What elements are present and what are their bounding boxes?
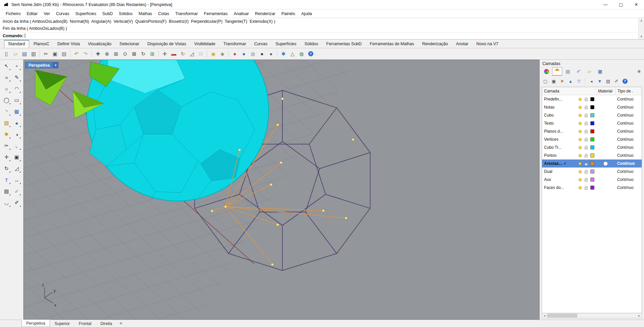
toolbar-options-gears-icon[interactable]: ✱ [279,50,288,58]
layers-layer-tools-icon[interactable]: ✐ [613,77,620,85]
tool-ellipse-icon[interactable]: ◯ [2,96,11,105]
layer-visibility-toggle[interactable] [577,138,583,141]
panel-tab-layers[interactable] [552,67,562,76]
layer-row-cubo-tr[interactable]: Cubo Tr...Contínuo [542,143,642,151]
command-prompt[interactable]: Comando: [0,32,644,39]
tool-text-icon[interactable]: T [2,176,11,184]
tab-standard[interactable]: Standard [4,40,29,48]
tool-fillet-icon[interactable]: ◟ [12,141,21,150]
layer-lock-toggle[interactable] [583,170,589,174]
toolbar-zoom-window-icon[interactable]: ⊞ [112,50,120,58]
menu-malhas[interactable]: Malhas [136,10,155,17]
viewport-dropdown-icon[interactable]: ▼ [53,62,58,68]
tab-definir-vista[interactable]: Definir Vista [54,40,84,48]
menu-editar[interactable]: Editar [23,10,41,17]
toolbar-ghosted-view-icon[interactable]: ◍ [249,50,257,58]
tool-check-icon[interactable]: ✓ [12,187,21,196]
scroll-up-icon[interactable]: ▲ [640,19,643,22]
layer-visibility-toggle[interactable] [577,178,583,181]
menu-subd[interactable]: SubD [99,10,116,17]
toolbar-rendered-view-icon[interactable]: ● [258,50,266,58]
close-button[interactable]: ✕ [629,0,644,9]
toolbar-earth-icon[interactable]: ◍ [297,50,306,58]
tool-magnet-icon[interactable]: ◡ [2,198,11,207]
viewport-tab-direita[interactable]: Direita [96,320,116,327]
tool-boolean-icon[interactable]: ◑ [12,130,21,139]
toolbar-new-icon[interactable]: ▯ [2,50,11,58]
tool-circle-icon[interactable]: ○ [2,84,11,93]
toolbar-shaded-view-icon[interactable]: ● [239,50,248,58]
scrollbar-track[interactable] [547,313,637,318]
viewport-title[interactable]: Perspetiva ▼ [25,62,58,68]
menu-analisar[interactable]: Analisar [231,10,252,17]
viewport-tab-perspetiva[interactable]: Perspetiva [21,320,50,327]
layers-collapse-icon[interactable]: ◂ [588,77,595,85]
layers-new-sublayer-icon[interactable]: ▣ [550,77,557,85]
layers-delete-layer-icon[interactable]: ✕ [558,77,566,85]
panel-tab-properties-ball[interactable] [541,67,551,76]
toolbar-paste-icon[interactable]: ▧ [60,50,68,58]
toolbar-move-icon[interactable]: ✛ [160,50,169,58]
toolbar-rotate-icon[interactable]: ↻ [178,50,187,58]
layer-lock-toggle[interactable] [583,114,589,117]
tool-box-icon[interactable]: ▧ [2,119,11,127]
layer-lock-toggle[interactable] [583,186,589,190]
toolbar-four-viewports-icon[interactable]: ⊞ [148,50,157,58]
tab-superficies[interactable]: Superfícies [272,40,300,48]
command-scrollbar[interactable]: ▲ ▼ [638,18,644,39]
new-viewport-icon[interactable]: ✛ [117,320,125,327]
tab-disposicao-de-vistas[interactable]: Disposição de Vistas [144,40,190,48]
layers-help-icon[interactable]: ? [621,77,629,85]
toolbar-open-icon[interactable]: ▱ [11,50,20,58]
viewport-title-label[interactable]: Perspetiva [25,62,53,68]
toolbar-lock-icon[interactable]: ◈ [218,50,227,58]
menu-paineis[interactable]: Painéis [278,10,298,17]
layer-color-swatch[interactable] [589,121,596,125]
toolbar-lamp-icon[interactable]: ◉ [209,50,218,58]
viewport-tab-superior[interactable]: Superior [50,320,74,327]
layer-lock-toggle[interactable] [583,97,589,101]
layer-visibility-toggle[interactable] [577,170,583,173]
tab-ferramentas-subd[interactable]: Ferramentas SubD [323,40,366,48]
layer-visibility-toggle[interactable] [577,122,583,125]
menu-renderizar[interactable]: Renderizar [252,10,278,17]
layer-visibility-toggle[interactable] [577,154,583,157]
panel-tab-materials[interactable]: ✐ [574,67,584,76]
layer-row-vertices[interactable]: VerticesContínuo [542,135,642,143]
layer-row-notas[interactable]: NotasContínuo [542,103,642,111]
tool-hatch-icon[interactable]: ▨ [2,187,11,196]
scroll-left-icon[interactable]: ◂ [542,313,547,318]
layer-row-dual[interactable]: DualContínuo [542,168,642,176]
layers-horizontal-scrollbar[interactable]: ◂ ▸ [542,313,642,318]
tab-selecionar[interactable]: Selecionar [116,40,143,48]
tool-arc-icon[interactable]: ◠ [12,84,21,93]
tool-select-icon[interactable]: ↖ [2,62,11,70]
tab-visibilidade[interactable]: Visibilidade [191,40,219,48]
menu-ver[interactable]: Ver [41,10,53,17]
layer-row-planos-d[interactable]: Planos d...Contínuo [542,127,642,135]
toolbar-artistic-view-icon[interactable]: ● [267,50,275,58]
layer-lock-toggle[interactable] [583,106,589,109]
tool-control-point-curve-icon[interactable]: ≈ [2,73,11,82]
scroll-right-icon[interactable]: ▸ [637,313,642,318]
tab-anotar[interactable]: Anotar [452,40,472,48]
tool-move-icon[interactable]: ✛ [2,153,11,161]
tab-transformar[interactable]: Transformar [220,40,250,48]
panel-tab-display[interactable]: ▤ [563,67,573,76]
layer-visibility-toggle[interactable] [577,186,583,189]
layer-lock-toggle[interactable] [583,178,589,182]
toolbar-cut-icon[interactable]: ✂ [42,50,50,58]
layer-color-swatch[interactable] [589,153,596,157]
column-camada[interactable]: Camada [542,87,596,95]
layer-lock-toggle[interactable] [583,130,589,133]
toolbar-rotate-view-icon[interactable]: ↻ [139,50,148,58]
tab-renderizacao[interactable]: Renderização [418,40,451,48]
layer-color-swatch[interactable] [589,97,596,101]
layer-visibility-toggle[interactable] [577,98,583,101]
layer-color-swatch[interactable] [589,161,596,166]
toolbar-render-icon[interactable]: ● [230,50,239,58]
layer-color-swatch[interactable] [589,113,596,117]
tool-surface-icon[interactable]: ▦ [12,107,21,116]
layers-move-down-icon[interactable]: ▽ [575,77,583,85]
toolbar-scale-icon[interactable]: ◿ [187,50,196,58]
